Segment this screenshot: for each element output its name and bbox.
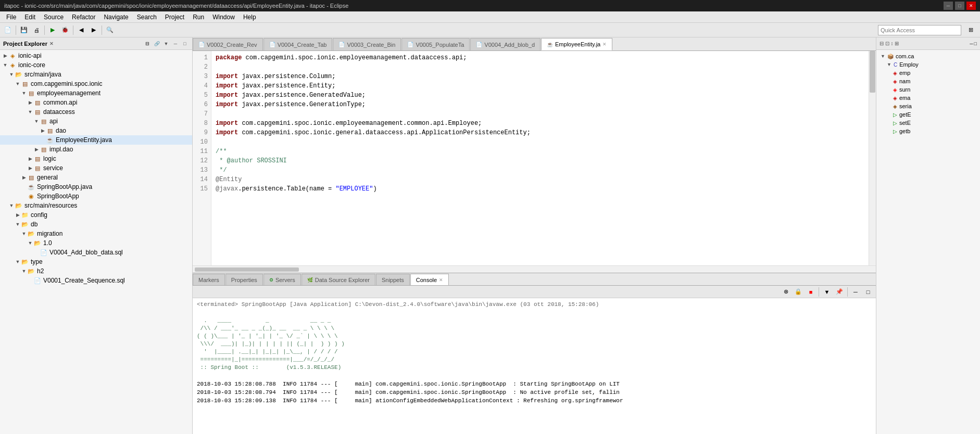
tree-item-employeemanagement[interactable]: ▼ ▤ employeemanagement (0, 88, 192, 98)
console-tab-close[interactable]: ✕ (439, 277, 443, 283)
run-button[interactable]: ▶ (47, 24, 58, 36)
tree-item-service[interactable]: ▶ ▤ service (0, 163, 192, 173)
outline-field-seria[interactable]: ◈ seria (878, 102, 978, 110)
tab-employee-entity[interactable]: ☕ EmployeeEntity.ja ✕ (541, 38, 612, 50)
menu-help[interactable]: Help (239, 12, 260, 22)
new-button[interactable]: 📄 (2, 24, 14, 36)
outline-minimize[interactable]: ─ (970, 41, 973, 46)
tree-item-api[interactable]: ▼ ▤ api (0, 117, 192, 126)
forward-button[interactable]: ▶ (88, 24, 99, 36)
console-maximize-button[interactable]: □ (862, 286, 874, 298)
tab-v0005[interactable]: 📄 V0005_PopulateTa (401, 38, 470, 50)
tab-icon: ☕ (547, 42, 553, 47)
outline-method-getb[interactable]: ▷ getb (878, 127, 978, 135)
tree-item-db[interactable]: ▼ 📂 db (0, 220, 192, 229)
package-icon: ▤ (40, 145, 48, 154)
tree-label: migration (37, 230, 62, 237)
quick-access-input[interactable] (878, 25, 961, 35)
tree-item-impl-dao[interactable]: ▶ ▤ impl.dao (0, 145, 192, 154)
tree-item-springbootapp-class[interactable]: ▶ ◉ SpringBootApp (0, 192, 192, 201)
tab-v0004-blob[interactable]: 📄 V0004_Add_blob_d (470, 38, 541, 50)
console-minimize-button[interactable]: ─ (850, 286, 861, 298)
tree-item-v0001-seq[interactable]: ▶ 📄 V0001_Create_Sequence.sql (0, 276, 192, 285)
save-button[interactable]: 💾 (18, 24, 30, 36)
package-icon: ▤ (33, 164, 42, 172)
debug-button[interactable]: 🐞 (59, 24, 71, 36)
menu-window[interactable]: Window (208, 12, 239, 22)
outline-field-ema[interactable]: ◈ ema (878, 94, 978, 102)
tree-item-migration[interactable]: ▼ 📂 migration (0, 229, 192, 238)
console-menu-button[interactable]: ▼ (821, 286, 833, 298)
tab-datasource[interactable]: 🌿 Data Source Explorer (301, 274, 375, 285)
console-content[interactable]: <terminated> SpringBootApp [Java Applica… (193, 298, 876, 434)
tree-item-v0004-blob[interactable]: ▶ 📄 V0004_Add_blob_data.sql (0, 248, 192, 257)
tree-item-dataaccess[interactable]: ▼ ▤ dataaccess (0, 107, 192, 117)
tree-item-ionic-core[interactable]: ▼ ◈ ionic-core (0, 60, 192, 70)
tree-item-type[interactable]: ▼ 📂 type (0, 257, 192, 266)
outline-field-surn[interactable]: ◈ surn (878, 85, 978, 94)
tree-item-logic[interactable]: ▶ ▤ logic (0, 154, 192, 163)
perspective-button[interactable]: ⊞ (963, 24, 978, 36)
tree-item-src-main-resources[interactable]: ▼ 📂 src/main/resources (0, 201, 192, 210)
menu-run[interactable]: Run (189, 12, 208, 22)
outline-method-label: getb (899, 128, 910, 134)
collapse-all-button[interactable]: ⊟ (143, 40, 152, 48)
menu-refactor[interactable]: Refactor (68, 12, 99, 22)
tab-snippets[interactable]: Snippets (376, 274, 410, 285)
tree-item-h2[interactable]: ▼ 📂 h2 (0, 266, 192, 276)
arrow-config: ▶ (15, 212, 21, 218)
tree-item-com-capgemini[interactable]: ▼ ▤ com.capgemini.spoc.ionic (0, 79, 192, 88)
outline-field-emp[interactable]: ◈ emp (878, 69, 978, 77)
maximize-view-button[interactable]: □ (181, 40, 189, 48)
tab-properties[interactable]: Properties (225, 274, 263, 285)
tree-label: general (37, 174, 58, 181)
code-content[interactable]: package com.capgemini.spoc.ionic.employe… (211, 51, 869, 265)
tab-console[interactable]: Console ✕ (410, 274, 449, 285)
outline-method-getE[interactable]: ▷ getE (878, 110, 978, 119)
outline-method-setE[interactable]: ▷ setE (878, 119, 978, 127)
tab-v0002[interactable]: 📄 V0002_Create_Rev (193, 38, 263, 50)
tab-servers[interactable]: ⚙ Servers (263, 274, 301, 285)
terminate-button[interactable]: ■ (805, 286, 816, 298)
menu-edit[interactable]: Edit (20, 12, 40, 22)
menu-navigate[interactable]: Navigate (99, 12, 132, 22)
editor-horizontal-scrollbar[interactable] (193, 265, 876, 273)
close-button[interactable]: ✕ (966, 2, 976, 10)
tab-markers[interactable]: Markers (193, 274, 225, 285)
minimize-view-button[interactable]: ─ (171, 40, 180, 48)
tree-item-ionic-api[interactable]: ▶ ◈ ionic-api (0, 51, 192, 60)
tree-item-src-main-java[interactable]: ▼ 📂 src/main/java (0, 70, 192, 79)
tab-close-button[interactable]: ✕ (602, 42, 607, 47)
tree-item-general[interactable]: ▶ ▤ general (0, 173, 192, 182)
tree-item-dao[interactable]: ▶ ▤ dao (0, 126, 192, 135)
tree-item-springbootapp-java[interactable]: ▶ ☕ SpringBootApp.java (0, 182, 192, 192)
outline-field-nam[interactable]: ◈ nam (878, 77, 978, 85)
link-editor-button[interactable]: 🔗 (153, 40, 161, 48)
tree-label: SpringBootApp.java (37, 183, 92, 190)
tab-v0003[interactable]: 📄 V0003_Create_Bin (333, 38, 401, 50)
menu-file[interactable]: File (2, 12, 20, 22)
tree-item-1-0[interactable]: ▼ 📂 1.0 (0, 238, 192, 248)
maximize-button[interactable]: □ (955, 2, 964, 10)
outline-item-class[interactable]: ▼ C Employ (878, 60, 978, 69)
tree-item-employee-entity[interactable]: ▶ ☕ EmployeeEntity.java (0, 135, 192, 145)
tree-item-config[interactable]: ▶ 📁 config (0, 210, 192, 220)
back-button[interactable]: ◀ (76, 24, 87, 36)
view-menu-button[interactable]: ▼ (162, 40, 170, 48)
panel-title-close[interactable]: ✕ (49, 41, 54, 46)
search-toolbar-button[interactable]: 🔍 (104, 24, 116, 36)
scroll-lock-button[interactable]: 🔒 (793, 286, 804, 298)
outline-maximize[interactable]: □ (974, 41, 977, 46)
menu-source[interactable]: Source (40, 12, 68, 22)
console-pin-button[interactable]: 📌 (834, 286, 845, 298)
package-icon: ▤ (33, 155, 42, 163)
menu-project[interactable]: Project (161, 12, 189, 22)
outline-item-package[interactable]: ▼ 📦 com.ca (878, 52, 978, 60)
clear-console-button[interactable]: ⊗ (780, 286, 791, 298)
editor-vertical-scrollbar[interactable] (869, 51, 876, 265)
tab-v0004-tab[interactable]: 📄 V0004_Create_Tab (263, 38, 333, 50)
menu-search[interactable]: Search (133, 12, 161, 22)
minimize-button[interactable]: ─ (944, 2, 953, 10)
print-button[interactable]: 🖨 (31, 24, 42, 36)
tree-item-common-api[interactable]: ▶ ▤ common.api (0, 98, 192, 107)
